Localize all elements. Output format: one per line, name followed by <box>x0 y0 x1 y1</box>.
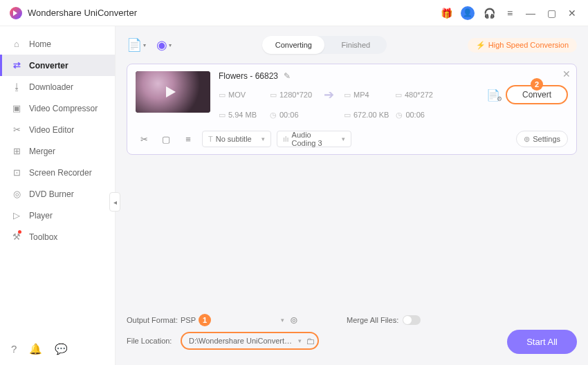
sidebar-item-editor[interactable]: ✂Video Editor <box>0 119 115 140</box>
src-resolution: 1280*720 <box>279 91 312 99</box>
dvd-icon: ◎ <box>11 189 22 199</box>
rename-icon[interactable]: ✎ <box>284 71 291 81</box>
remove-file-icon[interactable]: ✕ <box>562 68 571 79</box>
output-format-select[interactable]: PSP 1 ▾ <box>181 314 284 326</box>
crop-icon[interactable]: ▢ <box>158 131 174 147</box>
dst-format: MP4 <box>353 91 369 99</box>
support-icon[interactable]: 🎧 <box>483 7 495 19</box>
player-icon: ▷ <box>11 210 22 221</box>
duration-icon: ◷ <box>396 111 403 120</box>
file-name: Flowers - 66823 <box>219 71 278 81</box>
sidebar-item-downloader[interactable]: ⭳Downloader <box>0 76 115 97</box>
chevron-down-icon: ▾ <box>281 317 284 324</box>
sidebar-item-label: Home <box>29 39 51 49</box>
merger-icon: ⊞ <box>11 146 22 156</box>
arrow-right-icon: ➔ <box>324 87 334 102</box>
sidebar-item-label: Converter <box>29 61 68 71</box>
convert-button-label: Convert <box>522 90 551 100</box>
main-panel: 📄▾ ◉▾ Converting Finished High Speed Con… <box>116 26 588 365</box>
minimize-icon[interactable]: — <box>524 7 537 19</box>
editor-icon: ✂ <box>11 124 22 135</box>
sidebar-item-player[interactable]: ▷Player <box>0 205 115 226</box>
chevron-down-icon: ▾ <box>336 135 345 142</box>
audio-value: Audio Coding 3 <box>292 131 336 147</box>
format-settings-icon[interactable]: ⊚ <box>290 315 298 326</box>
app-title: Wondershare UniConverter <box>28 8 137 18</box>
feedback-icon[interactable]: 💬 <box>55 343 68 355</box>
chevron-down-icon: ▾ <box>143 42 146 48</box>
sidebar-item-label: DVD Burner <box>29 189 74 199</box>
format-icon: ▭ <box>219 91 226 100</box>
subtitle-select[interactable]: TNo subtitle▾ <box>202 131 271 147</box>
sidebar-item-label: Screen Recorder <box>29 168 92 178</box>
help-icon[interactable]: ? <box>11 343 17 355</box>
chevron-down-icon: ▾ <box>298 337 302 344</box>
audio-select[interactable]: ılıAudio Coding 3▾ <box>277 131 351 147</box>
add-file-button[interactable]: 📄▾ <box>127 35 146 55</box>
app-logo-icon <box>10 7 22 19</box>
sidebar-item-converter[interactable]: ⇄Converter <box>0 55 115 76</box>
file-location-label: File Location: <box>127 337 181 345</box>
format-icon: ▭ <box>344 91 351 100</box>
status-tabs: Converting Finished <box>262 36 387 54</box>
size-icon: ▭ <box>219 111 226 120</box>
add-file-icon: 📄 <box>127 37 142 53</box>
home-icon: ⌂ <box>11 39 22 49</box>
sidebar-item-compressor[interactable]: ▣Video Compressor <box>0 97 115 119</box>
sidebar-item-recorder[interactable]: ⊡Screen Recorder <box>0 162 115 183</box>
file-location-value: D:\Wondershare UniConverter 1 <box>189 337 294 345</box>
output-settings-icon[interactable]: 📄 <box>486 88 500 102</box>
step-badge-1: 1 <box>199 314 211 326</box>
sidebar-item-label: Merger <box>29 147 55 156</box>
resolution-icon: ▭ <box>395 91 402 100</box>
subtitle-value: No subtitle <box>216 135 252 143</box>
src-format: MOV <box>228 91 246 99</box>
sidebar-item-label: Player <box>29 211 53 221</box>
gift-icon[interactable]: 🎁 <box>440 7 452 19</box>
file-location-select[interactable]: D:\Wondershare UniConverter 1 ▾ 🗀 <box>181 332 319 350</box>
output-format-value: PSP <box>181 316 196 324</box>
high-speed-badge[interactable]: High Speed Conversion <box>468 38 577 53</box>
new-dot-icon <box>18 230 21 234</box>
close-icon[interactable]: ✕ <box>566 7 578 19</box>
sidebar-item-label: Toolbox <box>29 232 57 242</box>
user-avatar-icon[interactable]: 👤 <box>461 6 475 20</box>
step-badge-2: 2 <box>531 78 543 91</box>
subtitle-icon: T <box>208 135 213 143</box>
add-dvd-button[interactable]: ◉▾ <box>154 35 174 55</box>
converter-icon: ⇄ <box>11 60 22 71</box>
dst-duration: 00:06 <box>405 111 425 119</box>
video-thumbnail[interactable] <box>136 71 210 113</box>
menu-icon[interactable]: ≡ <box>504 7 516 19</box>
footer-bar: Output Format: PSP 1 ▾ ⊚ Merge All Files… <box>127 307 577 365</box>
dst-size: 672.00 KB <box>353 111 389 119</box>
tab-converting[interactable]: Converting <box>262 36 324 54</box>
sidebar: ⌂Home ⇄Converter ⭳Downloader ▣Video Comp… <box>0 26 116 365</box>
sidebar-item-dvd[interactable]: ◎DVD Burner <box>0 183 115 205</box>
dst-resolution: 480*272 <box>405 91 433 99</box>
tab-finished[interactable]: Finished <box>324 36 387 54</box>
src-duration: 00:06 <box>279 111 299 119</box>
trim-icon[interactable]: ✂ <box>136 131 152 147</box>
sidebar-item-home[interactable]: ⌂Home <box>0 33 115 55</box>
notification-icon[interactable]: 🔔 <box>29 343 42 355</box>
recorder-icon: ⊡ <box>11 167 22 178</box>
maximize-icon[interactable]: ▢ <box>545 7 558 19</box>
chevron-down-icon: ▾ <box>169 42 172 48</box>
sidebar-item-label: Video Editor <box>29 125 74 135</box>
file-settings-button[interactable]: Settings <box>516 131 568 147</box>
sidebar-item-label: Video Compressor <box>29 104 98 113</box>
downloader-icon: ⭳ <box>11 82 22 92</box>
output-format-label: Output Format: <box>127 316 181 324</box>
size-icon: ▭ <box>344 111 351 120</box>
compressor-icon: ▣ <box>11 103 22 113</box>
start-all-button[interactable]: Start All <box>507 330 577 354</box>
file-card: ✕ Flowers - 66823✎ ▭MOV ▭1280*720 ➔ ▭MP4… <box>127 64 577 155</box>
duration-icon: ◷ <box>270 111 277 120</box>
effects-icon[interactable]: ≡ <box>180 131 196 147</box>
merge-toggle[interactable] <box>403 315 421 325</box>
sidebar-item-toolbox[interactable]: ⚒Toolbox <box>0 226 115 247</box>
open-folder-icon[interactable]: 🗀 <box>306 336 315 346</box>
convert-button[interactable]: 2 Convert <box>506 85 568 104</box>
sidebar-item-merger[interactable]: ⊞Merger <box>0 140 115 162</box>
